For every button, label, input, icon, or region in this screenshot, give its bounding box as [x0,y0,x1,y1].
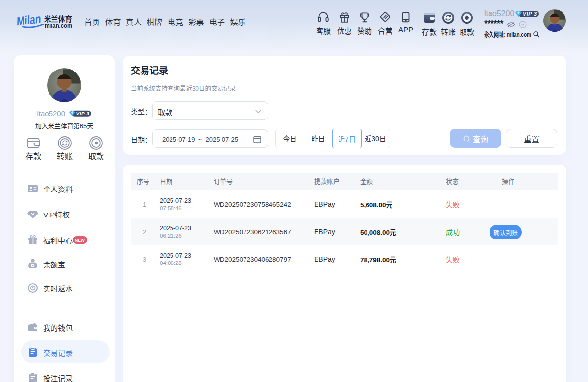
svg-text:永久网址: milan.com: 永久网址: milan.com [484,31,531,38]
svg-text:milan.com: milan.com [45,23,72,29]
svg-text:NEW: NEW [75,238,85,243]
svg-text:Milan: Milan [16,11,42,28]
svg-text:VIP 3: VIP 3 [76,111,89,116]
svg-text:VIP 3: VIP 3 [523,11,537,17]
svg-text:米兰体育: 米兰体育 [44,15,72,23]
